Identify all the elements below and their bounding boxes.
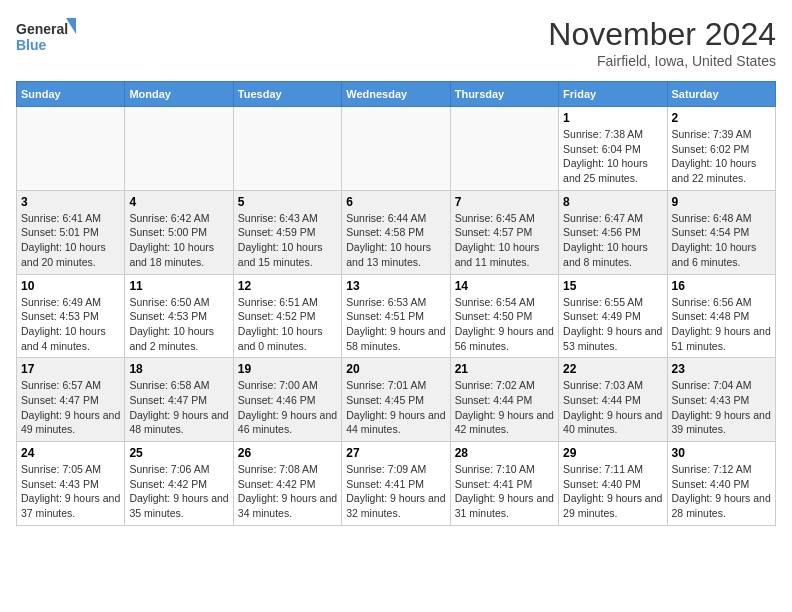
sunrise: Sunrise: 6:45 AM bbox=[455, 212, 535, 224]
sunrise: Sunrise: 7:06 AM bbox=[129, 463, 209, 475]
calendar-cell: 14 Sunrise: 6:54 AM Sunset: 4:50 PM Dayl… bbox=[450, 274, 558, 358]
calendar-cell bbox=[450, 107, 558, 191]
month-title: November 2024 bbox=[548, 16, 776, 53]
calendar-cell: 29 Sunrise: 7:11 AM Sunset: 4:40 PM Dayl… bbox=[559, 442, 667, 526]
day-info: Sunrise: 7:05 AM Sunset: 4:43 PM Dayligh… bbox=[21, 462, 120, 521]
day-number: 12 bbox=[238, 279, 337, 293]
calendar-cell: 19 Sunrise: 7:00 AM Sunset: 4:46 PM Dayl… bbox=[233, 358, 341, 442]
day-info: Sunrise: 7:06 AM Sunset: 4:42 PM Dayligh… bbox=[129, 462, 228, 521]
daylight: Daylight: 10 hours and 25 minutes. bbox=[563, 157, 648, 184]
sunset: Sunset: 5:01 PM bbox=[21, 226, 99, 238]
col-header-saturday: Saturday bbox=[667, 82, 775, 107]
daylight: Daylight: 10 hours and 0 minutes. bbox=[238, 325, 323, 352]
calendar-cell: 3 Sunrise: 6:41 AM Sunset: 5:01 PM Dayli… bbox=[17, 190, 125, 274]
sunset: Sunset: 4:49 PM bbox=[563, 310, 641, 322]
sunset: Sunset: 4:43 PM bbox=[21, 478, 99, 490]
day-info: Sunrise: 6:51 AM Sunset: 4:52 PM Dayligh… bbox=[238, 295, 337, 354]
day-number: 23 bbox=[672, 362, 771, 376]
day-number: 6 bbox=[346, 195, 445, 209]
sunset: Sunset: 6:02 PM bbox=[672, 143, 750, 155]
calendar-cell bbox=[233, 107, 341, 191]
sunset: Sunset: 4:54 PM bbox=[672, 226, 750, 238]
sunrise: Sunrise: 6:51 AM bbox=[238, 296, 318, 308]
sunrise: Sunrise: 6:57 AM bbox=[21, 379, 101, 391]
sunset: Sunset: 4:44 PM bbox=[563, 394, 641, 406]
day-info: Sunrise: 6:45 AM Sunset: 4:57 PM Dayligh… bbox=[455, 211, 554, 270]
col-header-monday: Monday bbox=[125, 82, 233, 107]
sunset: Sunset: 4:53 PM bbox=[21, 310, 99, 322]
week-row-3: 10 Sunrise: 6:49 AM Sunset: 4:53 PM Dayl… bbox=[17, 274, 776, 358]
sunset: Sunset: 4:40 PM bbox=[563, 478, 641, 490]
sunset: Sunset: 4:57 PM bbox=[455, 226, 533, 238]
sunrise: Sunrise: 6:53 AM bbox=[346, 296, 426, 308]
sunrise: Sunrise: 7:04 AM bbox=[672, 379, 752, 391]
daylight: Daylight: 9 hours and 28 minutes. bbox=[672, 492, 771, 519]
col-header-thursday: Thursday bbox=[450, 82, 558, 107]
calendar-cell: 13 Sunrise: 6:53 AM Sunset: 4:51 PM Dayl… bbox=[342, 274, 450, 358]
sunrise: Sunrise: 6:42 AM bbox=[129, 212, 209, 224]
day-info: Sunrise: 6:57 AM Sunset: 4:47 PM Dayligh… bbox=[21, 378, 120, 437]
daylight: Daylight: 9 hours and 29 minutes. bbox=[563, 492, 662, 519]
sunrise: Sunrise: 7:08 AM bbox=[238, 463, 318, 475]
daylight: Daylight: 9 hours and 42 minutes. bbox=[455, 409, 554, 436]
calendar-cell: 1 Sunrise: 7:38 AM Sunset: 6:04 PM Dayli… bbox=[559, 107, 667, 191]
sunset: Sunset: 4:59 PM bbox=[238, 226, 316, 238]
calendar-cell: 22 Sunrise: 7:03 AM Sunset: 4:44 PM Dayl… bbox=[559, 358, 667, 442]
day-info: Sunrise: 6:56 AM Sunset: 4:48 PM Dayligh… bbox=[672, 295, 771, 354]
day-info: Sunrise: 7:09 AM Sunset: 4:41 PM Dayligh… bbox=[346, 462, 445, 521]
sunset: Sunset: 4:42 PM bbox=[238, 478, 316, 490]
calendar-cell: 18 Sunrise: 6:58 AM Sunset: 4:47 PM Dayl… bbox=[125, 358, 233, 442]
sunset: Sunset: 4:45 PM bbox=[346, 394, 424, 406]
calendar-cell: 11 Sunrise: 6:50 AM Sunset: 4:53 PM Dayl… bbox=[125, 274, 233, 358]
calendar-cell: 17 Sunrise: 6:57 AM Sunset: 4:47 PM Dayl… bbox=[17, 358, 125, 442]
day-info: Sunrise: 7:38 AM Sunset: 6:04 PM Dayligh… bbox=[563, 127, 662, 186]
daylight: Daylight: 10 hours and 6 minutes. bbox=[672, 241, 757, 268]
sunset: Sunset: 4:53 PM bbox=[129, 310, 207, 322]
logo: General Blue bbox=[16, 16, 76, 60]
sunrise: Sunrise: 6:43 AM bbox=[238, 212, 318, 224]
calendar-cell: 15 Sunrise: 6:55 AM Sunset: 4:49 PM Dayl… bbox=[559, 274, 667, 358]
day-info: Sunrise: 7:00 AM Sunset: 4:46 PM Dayligh… bbox=[238, 378, 337, 437]
sunrise: Sunrise: 7:10 AM bbox=[455, 463, 535, 475]
sunrise: Sunrise: 6:41 AM bbox=[21, 212, 101, 224]
daylight: Daylight: 9 hours and 46 minutes. bbox=[238, 409, 337, 436]
daylight: Daylight: 9 hours and 34 minutes. bbox=[238, 492, 337, 519]
calendar-cell: 8 Sunrise: 6:47 AM Sunset: 4:56 PM Dayli… bbox=[559, 190, 667, 274]
daylight: Daylight: 9 hours and 51 minutes. bbox=[672, 325, 771, 352]
svg-text:General: General bbox=[16, 21, 68, 37]
calendar-cell: 6 Sunrise: 6:44 AM Sunset: 4:58 PM Dayli… bbox=[342, 190, 450, 274]
sunset: Sunset: 4:47 PM bbox=[21, 394, 99, 406]
day-number: 24 bbox=[21, 446, 120, 460]
day-number: 22 bbox=[563, 362, 662, 376]
sunset: Sunset: 4:46 PM bbox=[238, 394, 316, 406]
day-info: Sunrise: 6:58 AM Sunset: 4:47 PM Dayligh… bbox=[129, 378, 228, 437]
sunset: Sunset: 4:56 PM bbox=[563, 226, 641, 238]
sunset: Sunset: 4:50 PM bbox=[455, 310, 533, 322]
calendar-cell: 26 Sunrise: 7:08 AM Sunset: 4:42 PM Dayl… bbox=[233, 442, 341, 526]
day-number: 29 bbox=[563, 446, 662, 460]
sunset: Sunset: 4:40 PM bbox=[672, 478, 750, 490]
sunrise: Sunrise: 6:54 AM bbox=[455, 296, 535, 308]
daylight: Daylight: 10 hours and 11 minutes. bbox=[455, 241, 540, 268]
col-header-tuesday: Tuesday bbox=[233, 82, 341, 107]
col-header-sunday: Sunday bbox=[17, 82, 125, 107]
sunrise: Sunrise: 7:39 AM bbox=[672, 128, 752, 140]
sunrise: Sunrise: 7:12 AM bbox=[672, 463, 752, 475]
calendar-cell: 9 Sunrise: 6:48 AM Sunset: 4:54 PM Dayli… bbox=[667, 190, 775, 274]
sunrise: Sunrise: 7:11 AM bbox=[563, 463, 643, 475]
sunset: Sunset: 4:48 PM bbox=[672, 310, 750, 322]
calendar-cell: 30 Sunrise: 7:12 AM Sunset: 4:40 PM Dayl… bbox=[667, 442, 775, 526]
day-info: Sunrise: 7:10 AM Sunset: 4:41 PM Dayligh… bbox=[455, 462, 554, 521]
sunrise: Sunrise: 6:44 AM bbox=[346, 212, 426, 224]
calendar-cell: 24 Sunrise: 7:05 AM Sunset: 4:43 PM Dayl… bbox=[17, 442, 125, 526]
sunrise: Sunrise: 6:58 AM bbox=[129, 379, 209, 391]
day-number: 18 bbox=[129, 362, 228, 376]
sunset: Sunset: 5:00 PM bbox=[129, 226, 207, 238]
day-number: 19 bbox=[238, 362, 337, 376]
day-info: Sunrise: 7:01 AM Sunset: 4:45 PM Dayligh… bbox=[346, 378, 445, 437]
daylight: Daylight: 9 hours and 40 minutes. bbox=[563, 409, 662, 436]
day-number: 16 bbox=[672, 279, 771, 293]
sunrise: Sunrise: 6:56 AM bbox=[672, 296, 752, 308]
daylight: Daylight: 9 hours and 58 minutes. bbox=[346, 325, 445, 352]
sunrise: Sunrise: 6:49 AM bbox=[21, 296, 101, 308]
